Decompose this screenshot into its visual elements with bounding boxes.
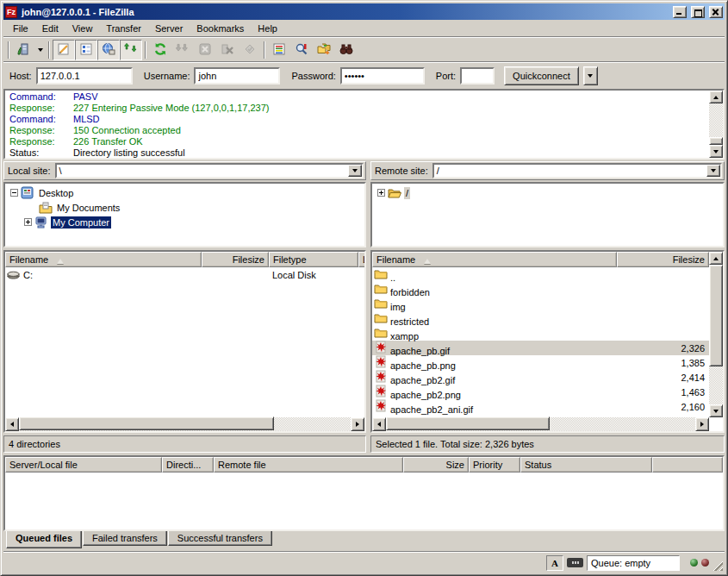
scroll-thumb[interactable] xyxy=(709,137,723,145)
toggle-remote-tree-button[interactable] xyxy=(97,40,120,60)
column-header-server-local-file[interactable]: Server/Local file xyxy=(5,457,162,473)
username-input[interactable] xyxy=(196,69,278,83)
filter-button[interactable] xyxy=(268,40,290,60)
scroll-thumb[interactable] xyxy=(386,416,550,430)
scroll-right-button[interactable] xyxy=(351,417,364,431)
tree-item-my-computer[interactable]: My Computer xyxy=(5,215,364,229)
file-row[interactable]: apache_pb2_ani.gif 2,160 xyxy=(372,399,709,414)
column-header-filename[interactable]: Filename xyxy=(372,252,617,267)
password-input[interactable] xyxy=(342,69,423,83)
site-manager-icon xyxy=(16,42,30,58)
scroll-thumb[interactable] xyxy=(19,416,274,430)
find-files-button[interactable] xyxy=(335,40,358,60)
process-queue-button[interactable] xyxy=(171,40,194,60)
refresh-button[interactable] xyxy=(149,40,171,60)
scroll-up-button[interactable] xyxy=(709,91,723,103)
column-header-size[interactable]: Size xyxy=(403,457,469,473)
expand-icon[interactable] xyxy=(377,189,385,197)
desktop-icon xyxy=(21,186,34,200)
site-manager-dropdown[interactable] xyxy=(34,41,46,59)
scroll-up-button[interactable] xyxy=(709,252,723,265)
refresh-icon xyxy=(153,42,167,58)
tab-successful-transfers[interactable]: Successful transfers xyxy=(168,531,272,546)
file-row[interactable]: xampp xyxy=(372,326,709,341)
column-header-filename[interactable]: Filename xyxy=(5,252,202,267)
combo-dropdown-button[interactable] xyxy=(348,165,362,177)
column-header-filetype[interactable]: Filetype xyxy=(269,252,358,267)
expand-icon[interactable] xyxy=(24,218,32,226)
quickconnect-button[interactable]: Quickconnect xyxy=(504,66,579,85)
cancel-operation-button[interactable] xyxy=(194,40,216,60)
toggle-local-tree-button[interactable] xyxy=(75,40,97,60)
column-header-priority[interactable]: Priority xyxy=(469,457,520,473)
scroll-track[interactable] xyxy=(19,417,351,431)
tree-item-label[interactable]: / xyxy=(404,187,410,199)
maximize-button[interactable] xyxy=(691,6,705,18)
scroll-down-button[interactable] xyxy=(709,145,723,158)
column-header-status[interactable]: Status xyxy=(520,457,652,473)
remote-vertical-scrollbar[interactable] xyxy=(709,252,723,417)
log-line: Response:226 Transfer OK xyxy=(9,136,707,147)
scroll-down-button[interactable] xyxy=(709,404,723,417)
combo-dropdown-button[interactable] xyxy=(706,165,720,177)
remote-site-combobox[interactable]: / xyxy=(432,163,722,178)
column-header-filesize[interactable]: Filesize xyxy=(202,252,269,267)
menu-bookmarks[interactable]: Bookmarks xyxy=(190,22,251,35)
file-row[interactable]: apache_pb2.gif 2,414 xyxy=(372,370,709,385)
menu-transfer[interactable]: Transfer xyxy=(99,22,148,35)
collapse-icon[interactable] xyxy=(10,189,18,197)
file-row[interactable]: apache_pb2.png 1,463 xyxy=(372,385,709,399)
local-site-value[interactable]: \ xyxy=(57,165,348,177)
close-button[interactable] xyxy=(709,6,723,18)
menu-file[interactable]: File xyxy=(6,22,35,35)
scroll-left-button[interactable] xyxy=(5,417,19,431)
scroll-right-button[interactable] xyxy=(695,417,709,431)
tree-item-desktop[interactable]: Desktop xyxy=(5,185,364,200)
toggle-message-log-button[interactable] xyxy=(53,40,75,60)
tree-item-label[interactable]: My Documents xyxy=(55,202,121,214)
remote-site-value[interactable]: / xyxy=(434,165,706,177)
file-row[interactable]: img xyxy=(372,297,709,311)
column-header-filesize[interactable]: Filesize xyxy=(617,252,709,267)
quickconnect-dropdown[interactable] xyxy=(583,66,598,85)
file-row[interactable]: restricted xyxy=(372,311,709,326)
resize-grip[interactable] xyxy=(712,560,723,571)
menu-server[interactable]: Server xyxy=(148,22,190,35)
local-horizontal-scrollbar[interactable] xyxy=(5,417,364,431)
synchronized-browsing-button[interactable] xyxy=(313,40,335,60)
menu-help[interactable]: Help xyxy=(251,22,284,35)
toggle-transfer-queue-button[interactable] xyxy=(120,40,142,60)
tree-item-root[interactable]: / xyxy=(372,185,723,200)
file-row-selected[interactable]: apache_pb.gif 2,326 xyxy=(372,341,709,355)
scroll-track[interactable] xyxy=(709,103,723,137)
scroll-track[interactable] xyxy=(386,417,695,431)
file-row-c-drive[interactable]: C: Local Disk xyxy=(5,267,364,282)
menu-view[interactable]: View xyxy=(65,22,100,35)
local-site-combobox[interactable]: \ xyxy=(55,163,364,178)
tree-item-label[interactable]: My Computer xyxy=(51,216,111,229)
directory-comparison-button[interactable] xyxy=(290,40,313,60)
scroll-thumb[interactable] xyxy=(709,265,723,366)
reconnect-button[interactable] xyxy=(239,40,261,60)
port-input[interactable] xyxy=(462,69,493,83)
tree-item-label[interactable]: Desktop xyxy=(37,187,75,199)
file-row[interactable]: .. xyxy=(372,267,709,282)
file-row[interactable]: forbidden xyxy=(372,282,709,297)
scroll-track[interactable] xyxy=(709,366,723,404)
column-header-remote-file[interactable]: Remote file xyxy=(214,457,403,473)
menu-edit[interactable]: Edit xyxy=(35,22,65,35)
log-scrollbar[interactable] xyxy=(709,91,723,158)
minimize-button[interactable] xyxy=(673,6,687,18)
column-header-lastmodified[interactable]: L xyxy=(358,252,364,267)
tab-failed-transfers[interactable]: Failed transfers xyxy=(83,531,167,546)
scroll-left-button[interactable] xyxy=(372,417,386,431)
filezilla-logo-icon[interactable]: Fz xyxy=(5,6,17,18)
tree-item-my-documents[interactable]: My Documents xyxy=(5,200,364,215)
site-manager-button[interactable] xyxy=(12,40,34,60)
column-header-direction[interactable]: Directi... xyxy=(162,457,214,473)
host-input[interactable] xyxy=(38,69,131,83)
remote-horizontal-scrollbar[interactable] xyxy=(372,417,709,431)
tab-queued-files[interactable]: Queued files xyxy=(6,531,82,548)
file-row[interactable]: apache_pb.png 1,385 xyxy=(372,355,709,370)
disconnect-button[interactable] xyxy=(216,40,239,60)
